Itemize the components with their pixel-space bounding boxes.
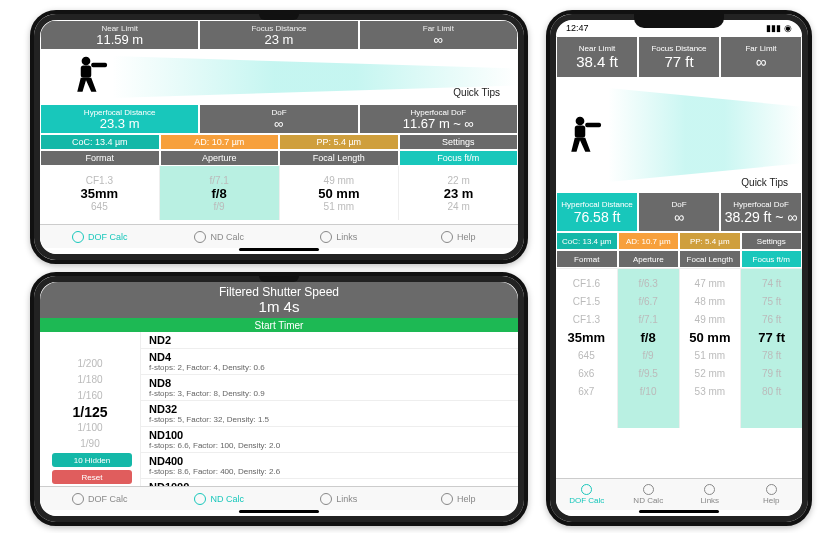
coc-chip[interactable]: CoC: 13.4 µm xyxy=(40,134,160,150)
ad-chip[interactable]: AD: 10.7 µm xyxy=(618,232,680,250)
picker-option[interactable]: 6x7 xyxy=(578,383,594,401)
picker-option[interactable]: CF1.5 xyxy=(573,293,600,311)
picker-option[interactable]: 1/160 xyxy=(77,388,102,404)
picker-selected[interactable]: 23 m xyxy=(444,186,474,201)
nd-filter-row[interactable]: ND2 xyxy=(141,332,518,349)
picker-option[interactable]: 79 ft xyxy=(762,365,781,383)
format-picker[interactable]: CF1.3 35mm 645 xyxy=(40,166,159,220)
picker-option[interactable]: 24 m xyxy=(448,201,470,212)
tab-dof-calc[interactable]: DOF Calc xyxy=(40,225,160,248)
picker-option[interactable]: 51 mm xyxy=(695,347,726,365)
picker-option[interactable]: CF1.3 xyxy=(573,311,600,329)
tab-nd-calc[interactable]: ND Calc xyxy=(160,225,280,248)
picker-option[interactable]: CF1.3 xyxy=(86,175,113,186)
picker-option[interactable]: f/7.1 xyxy=(209,175,228,186)
picker-option[interactable]: f/6.3 xyxy=(638,275,657,293)
nd-filter-row[interactable]: ND400f-stops: 8.6, Factor: 400, Density:… xyxy=(141,453,518,479)
picker-option[interactable]: f/9 xyxy=(643,347,654,365)
picker-selected[interactable]: 35mm xyxy=(568,329,606,347)
hidden-count-button[interactable]: 10 Hidden xyxy=(52,453,132,467)
tab-help[interactable]: Help xyxy=(399,487,519,510)
picker-option[interactable]: 78 ft xyxy=(762,347,781,365)
picker-option[interactable]: f/9 xyxy=(214,201,225,212)
settings-button[interactable]: Settings xyxy=(399,134,519,150)
picker-option[interactable]: 645 xyxy=(578,347,595,365)
picker-option[interactable]: 75 ft xyxy=(762,293,781,311)
coc-chip[interactable]: CoC: 13.4 µm xyxy=(556,232,618,250)
picker-selected[interactable]: 1/125 xyxy=(72,404,107,420)
focal-length-picker[interactable]: 47 mm48 mm49 mm50 mm51 mm52 mm53 mm xyxy=(679,269,741,428)
quick-tips-button[interactable]: Quick Tips xyxy=(453,87,500,98)
dof-value: ∞ xyxy=(274,117,283,131)
picker-option[interactable]: 48 mm xyxy=(695,293,726,311)
nd-filter-row[interactable]: ND32f-stops: 5, Factor: 32, Density: 1.5 xyxy=(141,401,518,427)
nd-filter-list[interactable]: ND2ND4f-stops: 2, Factor: 4, Density: 0.… xyxy=(140,332,518,492)
picker-option[interactable]: f/10 xyxy=(640,383,657,401)
nd-filter-row[interactable]: ND100f-stops: 6.6, Factor: 100, Density:… xyxy=(141,427,518,453)
start-timer-button[interactable]: Start Timer xyxy=(40,318,518,332)
home-indicator[interactable] xyxy=(639,510,719,513)
picker-option[interactable]: 51 mm xyxy=(324,201,355,212)
picker-option[interactable]: 53 mm xyxy=(695,383,726,401)
picker-option[interactable]: CF1.6 xyxy=(573,275,600,293)
picker-option[interactable]: f/9.5 xyxy=(638,365,657,383)
tab-nd-calc[interactable]: ND Calc xyxy=(160,487,280,510)
focus-distance-cell: Focus Distance 23 m xyxy=(199,20,358,50)
picker-option[interactable]: 47 mm xyxy=(695,275,726,293)
hyperfocal-distance-cell: Hyperfocal Distance 76.58 ft xyxy=(556,192,638,232)
focal-length-picker[interactable]: 49 mm 50 mm 51 mm xyxy=(279,166,399,220)
picker-option[interactable]: 6x6 xyxy=(578,365,594,383)
picker-option[interactable]: 52 mm xyxy=(695,365,726,383)
settings-button[interactable]: Settings xyxy=(741,232,803,250)
aperture-picker[interactable]: f/6.3f/6.7f/7.1f/8f/9f/9.5f/10 xyxy=(617,269,679,428)
tab-links[interactable]: Links xyxy=(679,479,741,510)
focus-unit-header[interactable]: Focus ft/m xyxy=(741,250,803,268)
picker-selected[interactable]: 50 mm xyxy=(318,186,359,201)
nd-filter-detail: f-stops: 8.6, Factor: 400, Density: 2.6 xyxy=(149,467,518,476)
picker-option[interactable]: f/7.1 xyxy=(638,311,657,329)
picker-option[interactable]: 49 mm xyxy=(324,175,355,186)
focus-unit-header[interactable]: Focus ft/m xyxy=(399,150,519,166)
home-indicator[interactable] xyxy=(239,248,319,251)
dof-cell: DoF ∞ xyxy=(199,104,358,134)
hyperfocal-distance-label: Hyperfocal Distance xyxy=(561,200,633,209)
tab-dof-calc[interactable]: DOF Calc xyxy=(40,487,160,510)
picker-option[interactable]: 1/180 xyxy=(77,372,102,388)
tab-links[interactable]: Links xyxy=(279,487,399,510)
ad-chip[interactable]: AD: 10.7 µm xyxy=(160,134,280,150)
picker-selected[interactable]: 50 mm xyxy=(689,329,730,347)
tab-nd-calc[interactable]: ND Calc xyxy=(618,479,680,510)
pp-chip[interactable]: PP: 5.4 µm xyxy=(679,232,741,250)
focus-unit-picker[interactable]: 22 m 23 m 24 m xyxy=(398,166,518,220)
picker-option[interactable]: 49 mm xyxy=(695,311,726,329)
picker-option[interactable]: f/6.7 xyxy=(638,293,657,311)
pp-chip[interactable]: PP: 5.4 µm xyxy=(279,134,399,150)
picker-option[interactable]: 76 ft xyxy=(762,311,781,329)
reset-button[interactable]: Reset xyxy=(52,470,132,484)
nd-filter-row[interactable]: ND8f-stops: 3, Factor: 8, Density: 0.9 xyxy=(141,375,518,401)
picker-selected[interactable]: 35mm xyxy=(81,186,119,201)
picker-option[interactable]: 645 xyxy=(91,201,108,212)
picker-option[interactable]: 1/100 xyxy=(77,420,102,436)
picker-option[interactable]: 1/200 xyxy=(77,356,102,372)
picker-option[interactable]: 74 ft xyxy=(762,275,781,293)
nd-filter-name: ND400 xyxy=(149,455,518,467)
picker-option[interactable]: 80 ft xyxy=(762,383,781,401)
tab-links[interactable]: Links xyxy=(279,225,399,248)
picker-selected[interactable]: f/8 xyxy=(212,186,227,201)
picker-selected[interactable]: f/8 xyxy=(641,329,656,347)
far-limit-cell: Far Limit ∞ xyxy=(359,20,518,50)
home-indicator[interactable] xyxy=(239,510,319,513)
nd-filter-row[interactable]: ND4f-stops: 2, Factor: 4, Density: 0.6 xyxy=(141,349,518,375)
tab-dof-calc[interactable]: DOF Calc xyxy=(556,479,618,510)
tab-help[interactable]: Help xyxy=(741,479,803,510)
quick-tips-button[interactable]: Quick Tips xyxy=(741,177,788,188)
tab-help[interactable]: Help xyxy=(399,225,519,248)
format-picker[interactable]: CF1.6CF1.5CF1.335mm6456x66x7 xyxy=(556,269,617,428)
svg-rect-1 xyxy=(81,65,92,77)
links-icon xyxy=(320,493,332,505)
picker-selected[interactable]: 77 ft xyxy=(758,329,785,347)
focus-unit-picker[interactable]: 74 ft75 ft76 ft77 ft78 ft79 ft80 ft xyxy=(740,269,802,428)
picker-option[interactable]: 22 m xyxy=(448,175,470,186)
aperture-picker[interactable]: f/7.1 f/8 f/9 xyxy=(159,166,279,220)
